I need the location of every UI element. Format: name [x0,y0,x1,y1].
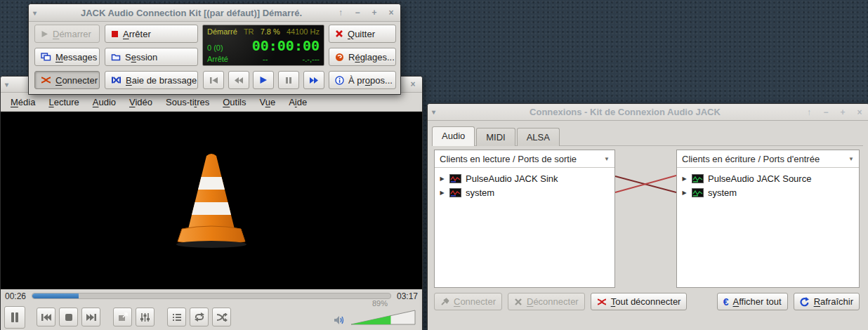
connections-window-menu-icon[interactable]: ▾ [432,108,446,116]
connections-maximize-icon[interactable]: + [838,107,848,117]
transport-bbt: -- [263,55,268,63]
info-icon [335,76,344,85]
jack-shade-icon[interactable]: ↑ [336,8,346,18]
vlc-controls: 89% [1,303,422,330]
readable-clients-tree: ▶ PulseAudio JACK Sink ▶ system [435,168,614,199]
client-row[interactable]: ▶ system [681,185,859,199]
start-button[interactable]: Démarrer [34,25,100,43]
shuffle-button[interactable] [212,308,231,326]
quit-x-icon [335,29,343,38]
menu-audio[interactable]: Audio [93,97,116,107]
connect-ports-button[interactable]: Connecter [434,293,502,310]
menu-help[interactable]: Aide [289,97,307,107]
client-row[interactable]: ▶ system [439,185,614,199]
patchbay-button[interactable]: Baie de brassage [105,71,198,89]
menu-view[interactable]: Vue [259,97,275,107]
expand-icon[interactable]: ▶ [681,190,688,196]
client-label: PulseAudio JACK Source [708,173,811,184]
play-icon [41,30,48,38]
writable-clients-header[interactable]: Clients en écriture / Ports d'entrée ▼ [677,150,859,168]
expand-icon[interactable]: ▶ [439,176,445,182]
audio-client-icon [692,188,704,197]
menu-subtitles[interactable]: Sous-titres [166,97,209,107]
transport-mode: TR [244,27,254,36]
jack-minimize-icon[interactable]: − [353,8,362,18]
expand-icon[interactable]: ▶ [681,176,688,182]
transport-pause-icon [285,77,292,84]
jack-title: JACK Audio Connection Kit [(par défaut)]… [47,8,336,18]
audio-client-icon [449,188,461,197]
settings-button[interactable]: Réglages... [329,48,396,66]
connections-close-icon[interactable]: × [855,107,864,117]
refresh-button[interactable]: Rafraîchir [794,293,860,310]
transport-play-button[interactable] [253,71,274,89]
folder-icon [111,53,121,61]
menu-media[interactable]: Média [11,97,35,107]
session-button[interactable]: Session [105,48,198,66]
writable-clients-panel: Clients en écriture / Ports d'entrée ▼ ▶… [676,150,860,288]
transport-rewind-start-button[interactable] [203,71,224,89]
messages-button[interactable]: Messages [34,48,100,66]
connections-buttonbar: Connecter Déconnecter Tout déconnecter €… [434,293,860,310]
vlc-close-icon[interactable]: × [408,79,418,89]
tab-audio[interactable]: Audio [432,126,475,146]
volume-slider[interactable] [350,309,416,326]
connect-button[interactable]: Connecter [34,71,100,89]
stop-button[interactable] [59,308,78,326]
transport-forward-button[interactable] [303,71,324,89]
fullscreen-button[interactable] [113,308,132,326]
vlc-menubar: Média Lecture Audio Vidéo Sous-titres Ou… [1,93,422,112]
transport-pause-button[interactable] [278,71,299,89]
connections-minimize-icon[interactable]: − [821,107,831,117]
jack-close-icon[interactable]: × [386,8,396,18]
stop-button-jack[interactable]: Arrêter [105,25,198,43]
connections-titlebar[interactable]: ▾ Connexions - Kit de Connexion Audio JA… [428,104,868,121]
vlc-time-total: 03:17 [397,291,418,301]
quit-button[interactable]: Quitter [329,25,396,43]
plug-icon [440,298,449,306]
playlist-button[interactable] [167,308,186,326]
client-row[interactable]: ▶ PulseAudio JACK Source [681,171,859,185]
sample-rate: 44100 Hz [287,27,320,36]
previous-button[interactable] [37,308,55,326]
tab-midi[interactable]: MIDI [476,128,515,146]
menu-video[interactable]: Vidéo [129,97,152,107]
next-button[interactable] [81,308,100,326]
gear-icon [335,53,344,62]
vlc-cone-logo [169,150,254,253]
sort-icon: ▼ [848,156,854,162]
transport-backward-button[interactable] [228,71,249,89]
menu-lecture[interactable]: Lecture [48,97,79,107]
expand-all-icon: € [723,296,729,308]
about-button[interactable]: À propos... [329,71,396,89]
vlc-video-area[interactable] [1,112,422,289]
pause-button[interactable] [4,306,25,329]
expand-icon[interactable]: ▶ [439,190,445,196]
audio-client-icon [449,174,461,183]
disconnect-all-x-icon [597,298,607,306]
disconnect-ports-button[interactable]: Déconnecter [508,293,585,310]
client-row[interactable]: ▶ PulseAudio JACK Sink [439,171,614,185]
readable-clients-header[interactable]: Clients en lecture / Ports de sortie ▼ [435,150,614,168]
connections-shade-icon[interactable]: ↑ [804,107,814,117]
jack-window-menu-icon[interactable]: ▾ [33,9,47,17]
vlc-seekbar[interactable] [32,293,391,299]
extended-settings-button[interactable] [136,308,154,326]
jack-titlebar[interactable]: ▾ JACK Audio Connection Kit [(par défaut… [29,4,400,22]
show-all-button[interactable]: € Afficher tout [717,293,788,310]
rewind-icon [234,77,244,84]
stop-square-icon [111,30,119,38]
vlc-window: ▾ × Média Lecture Audio Vidéo Sous-titre… [0,76,423,330]
tab-alsa[interactable]: ALSA [517,128,560,146]
disconnect-all-button[interactable]: Tout déconnecter [591,293,688,310]
messages-icon [41,53,51,61]
elapsed-clock: 00:00:00 [252,39,320,52]
volume-icon[interactable] [334,315,346,326]
menu-tools[interactable]: Outils [223,97,246,107]
jack-maximize-icon[interactable]: + [369,8,379,18]
xrun-count: 0 (0) [207,44,223,52]
vlc-window-menu-icon[interactable]: ▾ [5,81,19,88]
jack-window: ▾ JACK Audio Connection Kit [(par défaut… [28,4,401,95]
loop-button[interactable] [190,308,209,326]
connection-lines [615,150,676,288]
